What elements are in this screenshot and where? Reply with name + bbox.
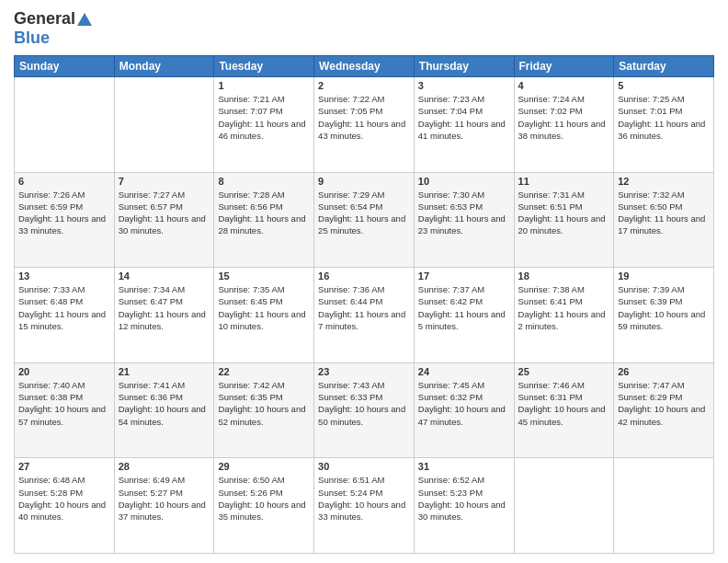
day-number: 18 [518, 270, 610, 282]
calendar-cell: 22Sunrise: 7:42 AM Sunset: 6:35 PM Dayli… [214, 362, 314, 458]
day-number: 20 [18, 366, 110, 377]
day-info: Sunrise: 6:51 AM Sunset: 5:24 PM Dayligh… [318, 474, 410, 523]
calendar-week-row: 1Sunrise: 7:21 AM Sunset: 7:07 PM Daylig… [15, 77, 714, 173]
calendar-cell: 1Sunrise: 7:21 AM Sunset: 7:07 PM Daylig… [214, 77, 314, 173]
day-number: 24 [418, 366, 510, 377]
calendar-cell: 16Sunrise: 7:36 AM Sunset: 6:44 PM Dayli… [314, 268, 415, 363]
calendar-cell: 5Sunrise: 7:25 AM Sunset: 7:01 PM Daylig… [614, 77, 714, 173]
calendar-cell: 30Sunrise: 6:51 AM Sunset: 5:24 PM Dayli… [314, 458, 415, 554]
calendar-cell: 18Sunrise: 7:38 AM Sunset: 6:41 PM Dayli… [514, 268, 614, 363]
calendar-cell: 14Sunrise: 7:34 AM Sunset: 6:47 PM Dayli… [114, 268, 214, 363]
day-of-week-header: Monday [114, 56, 214, 77]
day-of-week-header: Wednesday [314, 56, 415, 77]
calendar-cell [114, 77, 214, 173]
day-info: Sunrise: 7:22 AM Sunset: 7:05 PM Dayligh… [318, 93, 410, 142]
calendar-cell: 8Sunrise: 7:28 AM Sunset: 6:56 PM Daylig… [214, 172, 314, 268]
calendar-week-row: 20Sunrise: 7:40 AM Sunset: 6:38 PM Dayli… [15, 362, 714, 458]
day-number: 28 [119, 461, 210, 472]
day-number: 12 [618, 176, 710, 187]
day-info: Sunrise: 7:46 AM Sunset: 6:31 PM Dayligh… [518, 379, 610, 428]
day-number: 29 [218, 461, 310, 472]
day-number: 26 [618, 366, 710, 377]
day-number: 21 [119, 366, 210, 377]
day-info: Sunrise: 7:27 AM Sunset: 6:57 PM Dayligh… [119, 189, 210, 237]
calendar-cell: 3Sunrise: 7:23 AM Sunset: 7:04 PM Daylig… [414, 77, 514, 173]
calendar-cell [514, 458, 614, 554]
day-number: 30 [318, 461, 410, 472]
day-info: Sunrise: 7:34 AM Sunset: 6:47 PM Dayligh… [119, 283, 210, 332]
logo-general-text: General [14, 9, 75, 29]
day-info: Sunrise: 7:43 AM Sunset: 6:33 PM Dayligh… [318, 379, 410, 428]
day-info: Sunrise: 7:37 AM Sunset: 6:42 PM Dayligh… [418, 283, 510, 332]
day-number: 15 [218, 270, 310, 282]
day-number: 22 [218, 366, 310, 377]
day-info: Sunrise: 7:25 AM Sunset: 7:01 PM Dayligh… [618, 93, 710, 142]
day-info: Sunrise: 7:23 AM Sunset: 7:04 PM Dayligh… [418, 93, 510, 142]
day-number: 13 [18, 270, 110, 282]
day-info: Sunrise: 7:40 AM Sunset: 6:38 PM Dayligh… [18, 379, 110, 428]
day-number: 14 [119, 270, 210, 282]
day-number: 1 [218, 80, 310, 91]
calendar-cell: 23Sunrise: 7:43 AM Sunset: 6:33 PM Dayli… [314, 362, 415, 458]
calendar-cell: 21Sunrise: 7:41 AM Sunset: 6:36 PM Dayli… [114, 362, 214, 458]
calendar-week-row: 6Sunrise: 7:26 AM Sunset: 6:59 PM Daylig… [15, 172, 714, 268]
day-of-week-header: Sunday [15, 56, 115, 77]
day-number: 9 [318, 176, 410, 187]
calendar-cell: 4Sunrise: 7:24 AM Sunset: 7:02 PM Daylig… [514, 77, 614, 173]
day-of-week-header: Thursday [414, 56, 514, 77]
day-info: Sunrise: 7:36 AM Sunset: 6:44 PM Dayligh… [318, 283, 410, 332]
calendar-cell: 24Sunrise: 7:45 AM Sunset: 6:32 PM Dayli… [414, 362, 514, 458]
day-info: Sunrise: 7:28 AM Sunset: 6:56 PM Dayligh… [218, 189, 310, 237]
calendar-week-row: 13Sunrise: 7:33 AM Sunset: 6:48 PM Dayli… [15, 268, 714, 363]
logo: General Blue [14, 9, 92, 48]
calendar-header: SundayMondayTuesdayWednesdayThursdayFrid… [15, 56, 714, 77]
day-number: 25 [518, 366, 610, 377]
day-info: Sunrise: 7:39 AM Sunset: 6:39 PM Dayligh… [618, 283, 710, 332]
calendar-cell: 17Sunrise: 7:37 AM Sunset: 6:42 PM Dayli… [414, 268, 514, 363]
day-of-week-header: Saturday [614, 56, 714, 77]
day-info: Sunrise: 6:49 AM Sunset: 5:27 PM Dayligh… [119, 474, 210, 523]
page: General Blue SundayMondayTuesdayWednesda… [0, 0, 728, 563]
calendar-cell: 6Sunrise: 7:26 AM Sunset: 6:59 PM Daylig… [15, 172, 115, 268]
calendar-cell [15, 77, 115, 173]
day-info: Sunrise: 7:30 AM Sunset: 6:53 PM Dayligh… [418, 189, 510, 237]
calendar: SundayMondayTuesdayWednesdayThursdayFrid… [14, 55, 714, 554]
calendar-cell: 19Sunrise: 7:39 AM Sunset: 6:39 PM Dayli… [614, 268, 714, 363]
calendar-cell: 28Sunrise: 6:49 AM Sunset: 5:27 PM Dayli… [114, 458, 214, 554]
day-info: Sunrise: 7:33 AM Sunset: 6:48 PM Dayligh… [18, 283, 110, 332]
day-info: Sunrise: 7:41 AM Sunset: 6:36 PM Dayligh… [119, 379, 210, 428]
day-info: Sunrise: 6:52 AM Sunset: 5:23 PM Dayligh… [418, 474, 510, 523]
day-info: Sunrise: 7:47 AM Sunset: 6:29 PM Dayligh… [618, 379, 710, 428]
calendar-cell: 31Sunrise: 6:52 AM Sunset: 5:23 PM Dayli… [414, 458, 514, 554]
day-of-week-header: Friday [514, 56, 614, 77]
calendar-cell: 26Sunrise: 7:47 AM Sunset: 6:29 PM Dayli… [614, 362, 714, 458]
day-info: Sunrise: 7:35 AM Sunset: 6:45 PM Dayligh… [218, 283, 310, 332]
header: General Blue [14, 9, 714, 48]
day-info: Sunrise: 7:31 AM Sunset: 6:51 PM Dayligh… [518, 189, 610, 237]
day-number: 3 [418, 80, 510, 91]
day-info: Sunrise: 7:32 AM Sunset: 6:50 PM Dayligh… [618, 189, 710, 237]
calendar-cell: 12Sunrise: 7:32 AM Sunset: 6:50 PM Dayli… [614, 172, 714, 268]
day-number: 16 [318, 270, 410, 282]
logo-triangle-icon [77, 13, 92, 26]
day-info: Sunrise: 6:48 AM Sunset: 5:28 PM Dayligh… [18, 474, 110, 523]
day-number: 19 [618, 270, 710, 282]
day-number: 5 [618, 80, 710, 91]
day-number: 31 [418, 461, 510, 472]
day-info: Sunrise: 6:50 AM Sunset: 5:26 PM Dayligh… [218, 474, 310, 523]
day-number: 4 [518, 80, 610, 91]
calendar-cell: 9Sunrise: 7:29 AM Sunset: 6:54 PM Daylig… [314, 172, 415, 268]
calendar-cell: 10Sunrise: 7:30 AM Sunset: 6:53 PM Dayli… [414, 172, 514, 268]
calendar-cell: 27Sunrise: 6:48 AM Sunset: 5:28 PM Dayli… [15, 458, 115, 554]
day-number: 8 [218, 176, 310, 187]
day-info: Sunrise: 7:38 AM Sunset: 6:41 PM Dayligh… [518, 283, 610, 332]
day-info: Sunrise: 7:26 AM Sunset: 6:59 PM Dayligh… [18, 189, 110, 237]
calendar-cell [614, 458, 714, 554]
day-number: 7 [119, 176, 210, 187]
day-info: Sunrise: 7:42 AM Sunset: 6:35 PM Dayligh… [218, 379, 310, 428]
calendar-body: 1Sunrise: 7:21 AM Sunset: 7:07 PM Daylig… [15, 77, 714, 554]
calendar-cell: 11Sunrise: 7:31 AM Sunset: 6:51 PM Dayli… [514, 172, 614, 268]
day-number: 23 [318, 366, 410, 377]
day-number: 10 [418, 176, 510, 187]
calendar-cell: 29Sunrise: 6:50 AM Sunset: 5:26 PM Dayli… [214, 458, 314, 554]
